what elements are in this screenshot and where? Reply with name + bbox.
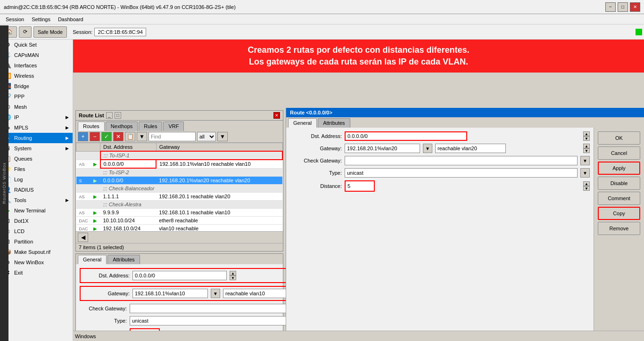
find-dropdown-button[interactable]: ▼ [217,132,228,141]
sidebar-item-system[interactable]: 🖥 System ▶ [0,143,73,154]
popup-tab-general[interactable]: General [288,118,317,128]
sidebar-item-tools[interactable]: 🔧 Tools ▶ [0,195,73,205]
route-row-1[interactable]: S▶ 0.0.0.0/0 192.168.20.1%vlan20 reachab… [76,177,283,185]
ok-button[interactable]: OK [598,131,640,145]
bottom-checkgw-input[interactable] [130,304,286,313]
popup-gateway-dropdown[interactable]: ▼ [423,144,432,153]
route-row-3[interactable]: AS▶ 9.9.9.9 192.168.10.1 reachable vlan1… [76,209,283,217]
remove-button[interactable]: Remove [598,222,640,235]
disable-route-button[interactable]: ✕ [113,132,124,141]
route-group-check-alestra[interactable]: ::: Check-Alestra [76,201,283,209]
bottom-dst-spin-up[interactable]: ▲ [230,271,236,276]
menu-session[interactable]: Session [2,16,28,23]
enable-route-button[interactable]: ✓ [101,132,112,141]
bottom-tab-general[interactable]: General [78,255,107,264]
menu-settings[interactable]: Settings [28,16,54,23]
sidebar-item-new-winbox[interactable]: ⊕ New WinBox [0,257,73,268]
sidebar-item-wireless[interactable]: 📶 Wireless [0,71,73,81]
bottom-gateway-dropdown[interactable]: ▼ [211,289,220,298]
popup-dst-input[interactable] [345,131,467,141]
popup-tab-attributes[interactable]: Attributes [318,118,350,128]
bottom-dst-input[interactable] [132,271,227,280]
sidebar-item-make-supout[interactable]: 📦 Make Supout.rif [0,247,73,257]
popup-dst-spin-down[interactable]: ▼ [583,136,590,141]
sidebar-label-routing: Routing [14,135,63,141]
route-group-check-balanceador[interactable]: ::: Check-Balanceador [76,185,283,193]
tab-vrf[interactable]: VRF [163,122,184,131]
bottom-gateway-input[interactable] [132,289,208,298]
disable-button[interactable]: Disable [598,177,640,190]
popup-checkgw-row: Check Gateway: ▼ [290,156,590,165]
sidebar-item-routing[interactable]: ↔ Routing ▶ [0,133,73,143]
sidebar-item-capsman[interactable]: 📡 CAPsMAN [0,50,73,60]
route-row-0[interactable]: AS▶ 0.0.0.0/0 192.168.10.1%vlan10 reacha… [76,160,283,168]
filter-button[interactable]: ▼ [137,132,147,141]
sidebar-item-interfaces[interactable]: 🔌 Interfaces [0,60,73,71]
route-row-2[interactable]: AS▶ 1.1.1.1 192.168.20.1 reachable vlan2… [76,193,283,201]
popup-checkgw-dropdown[interactable]: ▼ [580,156,590,165]
comment-button[interactable]: Comment [598,192,640,205]
sidebar-item-queues[interactable]: 📋 Queues [0,154,73,164]
popup-gateway-text[interactable] [435,144,506,153]
popup-type-input[interactable] [345,168,578,178]
popup-gateway-label: Gateway: [290,146,342,151]
sidebar-item-quick-set[interactable]: ⚙ Quick Set [0,40,73,50]
menu-dashboard[interactable]: Dashboard [54,16,87,23]
close-button[interactable]: ✕ [630,2,640,12]
copy-route-button[interactable]: 📋 [125,132,135,141]
popup-distance-input[interactable] [346,181,374,191]
panel-minimize-button[interactable]: _ [106,112,113,119]
safe-mode-button[interactable]: Safe Mode [33,26,67,38]
route-row-4[interactable]: DAC▶ 10.10.10.0/24 ether8 reachable [76,217,283,225]
popup-gateway-spin-up[interactable]: ▲ [583,144,590,148]
bottom-dst-spin-down[interactable]: ▼ [230,276,236,280]
tab-rules[interactable]: Rules [139,122,162,131]
bottom-type-row: Type: ▼ [80,316,286,325]
sidebar-item-log[interactable]: 📄 Log [0,174,73,185]
sidebar-item-partition[interactable]: ⊞ Partition [0,236,73,247]
remove-route-button[interactable]: − [90,132,100,141]
sidebar-item-lcd[interactable]: □ LCD [0,226,73,236]
find-input[interactable] [149,132,196,141]
scroll-left-button[interactable]: ◀ [78,233,88,242]
sidebar-item-ppp[interactable]: 🔗 PPP [0,91,73,102]
route-group-to-isp2[interactable]: ::: To-ISP-2 [76,168,283,177]
popup-distance-spin-up[interactable]: ▲ [583,181,590,186]
bottom-tab-attributes[interactable]: Attributes [107,255,140,264]
popup-type-dropdown[interactable]: ▼ [580,168,590,178]
sidebar-label-quick-set: Quick Set [14,42,69,48]
panel-close-button[interactable]: ✕ [273,112,280,119]
windows-bar: Windows [73,331,644,341]
popup-dst-spin-up[interactable]: ▲ [583,131,590,136]
route-row-5[interactable]: DAC▶ 192.168.10.0/24 vlan10 reachable [76,225,283,232]
sidebar-item-exit[interactable]: ✖ Exit [0,268,73,278]
tab-nexthops[interactable]: Nexthops [106,122,138,131]
popup-gateway-input[interactable] [345,144,420,153]
sidebar-item-new-terminal[interactable]: ▶ New Terminal [0,205,73,216]
popup-checkgw-input[interactable] [345,156,578,165]
panel-max-button[interactable]: □ [115,112,121,119]
sidebar-item-files[interactable]: 📁 Files [0,164,73,174]
maximize-button[interactable]: □ [618,2,628,12]
sidebar-item-mesh[interactable]: ⬡ Mesh [0,102,73,112]
copy-button[interactable]: Copy [598,207,640,220]
sidebar-item-dot1x[interactable]: ⊡ Dot1X [0,216,73,226]
sidebar-item-radius[interactable]: 👤 RADIUS [0,185,73,195]
toolbar: 🏠 ⟳ Safe Mode Session: 2C:C8:1B:65:8C:94 [0,24,644,40]
bottom-type-input[interactable] [130,316,286,325]
popup-distance-spin-down[interactable]: ▼ [583,186,590,191]
apply-button[interactable]: Apply [598,162,640,175]
minimize-button[interactable]: − [605,2,616,12]
cancel-button[interactable]: Cancel [598,146,640,160]
find-scope-select[interactable]: all [197,132,216,141]
sidebar-item-bridge[interactable]: 🌉 Bridge [0,81,73,91]
add-route-button[interactable]: + [78,132,88,141]
route-group-to-isp1[interactable]: ::: To-ISP-1 [76,151,283,160]
sidebar-item-ip[interactable]: 🌐 IP ▶ [0,112,73,122]
sidebar-item-mpls[interactable]: ◈ MPLS ▶ [0,122,73,133]
bottom-gateway-text[interactable] [223,289,286,298]
tab-routes[interactable]: Routes [78,122,105,131]
popup-gateway-spin-down[interactable]: ▼ [583,148,590,153]
refresh-button[interactable]: ⟳ [19,26,32,38]
mpls-arrow: ▶ [66,125,69,130]
